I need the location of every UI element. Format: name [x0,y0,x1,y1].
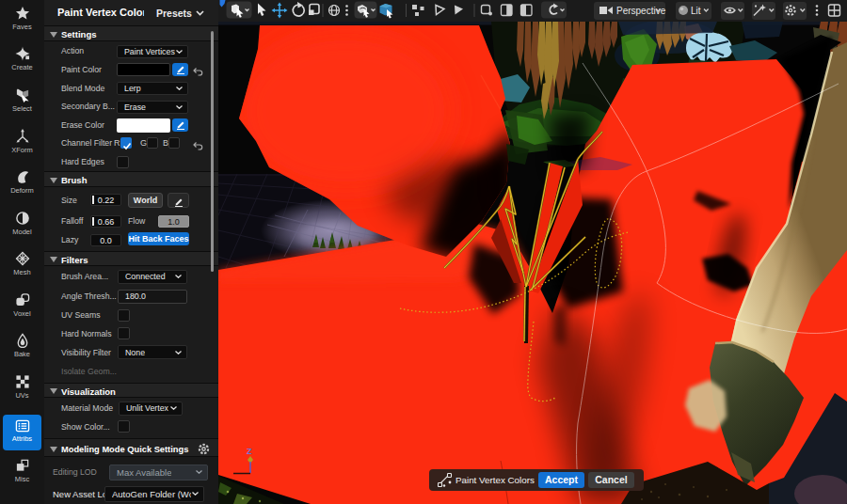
svg-text:Lit: Lit [691,6,701,16]
svg-text:Z: Z [247,447,252,456]
